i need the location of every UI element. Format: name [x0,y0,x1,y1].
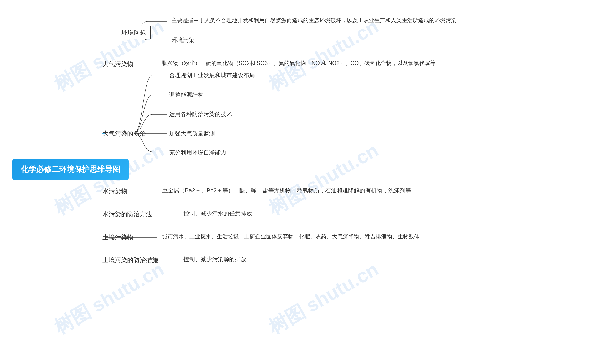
leaf-df4: 加强大气质量监测 [169,129,215,138]
mind-map: 树图 shutu.cn 树图 shutu.cn 树图 shutu.cn 树图 s… [0,0,610,364]
branch-daqi-wuran: 大气污染物 [102,60,134,68]
leaf-df1: 合理规划工业发展和城市建设布局 [169,71,255,79]
connector-lines [0,0,610,364]
leaf-sw-desc: 重金属（Ba2＋、Pb2＋等）、酸、碱、盐等无机物，耗氧物质，石油和难降解的有机… [162,186,411,195]
branch-huanjing: 环境问题 [117,26,150,39]
branch-turang-fangzhi: 土壤污染的防治措施 [102,256,158,264]
leaf-df5: 充分利用环境自净能力 [169,148,226,157]
branch-turang-wuran: 土壤污染物 [102,233,134,242]
watermark-5: 树图 shutu.cn [50,257,169,340]
leaf-sf-desc: 控制、减少污水的任意排放 [183,209,252,218]
leaf-tf-desc: 控制、减少污染源的排放 [183,255,246,263]
leaf-daqi-wuran-desc: 颗粒物（粉尘）、硫的氧化物（SO2和 SO3）、氮的氧化物（NO 和 NO2）、… [162,59,435,67]
leaf-huanjing-desc: 主要是指由于人类不合理地开发和利用自然资源而造成的生态环境破坏，以及工农业生产和… [172,16,457,25]
branch-shui-wuran: 水污染物 [102,187,127,195]
leaf-tw-desc: 城市污水、工业废水、生活垃圾、工矿企业固体废弃物、化肥、农药、大气沉降物、牲畜排… [162,232,420,241]
leaf-df3: 运用各种防治污染的技术 [169,110,232,118]
watermark-4: 树图 shutu.cn [264,138,383,221]
branch-shui-fangzhi: 水污染的防治方法 [102,210,152,219]
watermark-2: 树图 shutu.cn [264,14,383,97]
leaf-huanjing-wuran: 环境污染 [172,36,194,44]
leaf-df2: 调整能源结构 [169,91,203,99]
central-topic: 化学必修二环境保护思维导图 [12,159,129,180]
watermark-6: 树图 shutu.cn [264,257,383,340]
watermark-1: 树图 shutu.cn [50,14,169,97]
branch-daqi-fangzhi: 大气污染的防治 [102,130,146,138]
